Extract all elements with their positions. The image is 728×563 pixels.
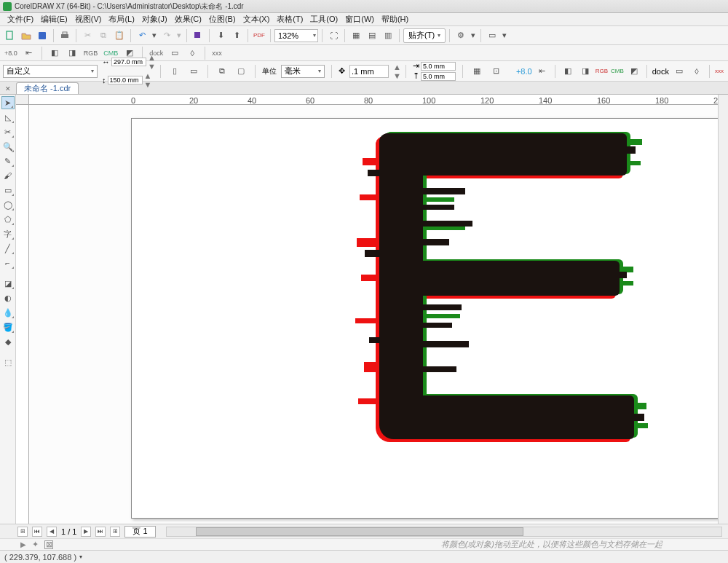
page-prev-button[interactable]: ◀ xyxy=(47,527,57,537)
page-last-button[interactable]: ⏭ xyxy=(95,527,106,537)
page-height-input[interactable]: 150.0 mm xyxy=(108,76,143,84)
page-add2-button[interactable]: ⊞ xyxy=(110,527,120,537)
ruler-corner xyxy=(16,95,29,105)
copy-button[interactable]: ⧉ xyxy=(96,28,111,43)
height-icon: ↕ xyxy=(102,76,106,84)
menu-edit[interactable]: 编辑(E) xyxy=(38,14,71,25)
page-add-button[interactable]: ⊞ xyxy=(17,527,28,537)
launch-button[interactable]: ▭ xyxy=(485,28,499,43)
artwork-letter-e[interactable] xyxy=(350,126,641,454)
options-prop-button[interactable]: ▦ xyxy=(470,64,484,79)
smart-fill-tool[interactable]: ◆ xyxy=(1,335,15,348)
options-button[interactable]: ⚙ xyxy=(454,28,468,43)
align-left-button[interactable]: ⇤ xyxy=(22,46,36,60)
options-more-icon[interactable]: ▾ xyxy=(470,28,477,43)
undo-more-icon[interactable]: ▾ xyxy=(151,28,158,43)
document-tab[interactable]: 未命名 -1.cdr xyxy=(16,82,79,94)
all-pages-button[interactable]: ⧉ xyxy=(215,64,229,79)
r-macro1-button[interactable]: ◧ xyxy=(561,64,575,79)
fullscreen-button[interactable]: ⛶ xyxy=(326,28,341,43)
r-align-button[interactable]: ⇤ xyxy=(535,64,550,79)
snap-dropdown[interactable]: 贴齐(T) xyxy=(403,28,446,43)
redo-more-icon[interactable]: ▾ xyxy=(175,28,183,43)
nudge-input[interactable]: .1 mm xyxy=(349,65,389,78)
cut-button[interactable]: ✂ xyxy=(80,28,95,43)
guides-button[interactable]: ▥ xyxy=(381,28,395,43)
orient-portrait-button[interactable]: ▯ xyxy=(167,64,182,79)
polygon-tool[interactable]: ⬠ xyxy=(1,213,15,226)
menu-effect[interactable]: 效果(C) xyxy=(172,14,205,25)
redo-button[interactable]: ↷ xyxy=(159,28,174,43)
r-macro5-button[interactable]: ◊ xyxy=(689,64,704,79)
menu-layout[interactable]: 布局(L) xyxy=(106,14,137,25)
publish-pdf-button[interactable]: PDF xyxy=(252,28,266,43)
macro-4-button[interactable]: ▭ xyxy=(167,46,182,60)
menu-tools[interactable]: 工具(O) xyxy=(307,14,341,25)
menu-window[interactable]: 窗口(W) xyxy=(342,14,377,25)
save-button[interactable] xyxy=(35,28,50,43)
freehand-tool[interactable]: ✎ xyxy=(1,154,15,168)
menu-bitmap[interactable]: 位图(B) xyxy=(206,14,239,25)
r-macro2-button[interactable]: ◨ xyxy=(578,64,593,79)
export-button[interactable]: ⬆ xyxy=(229,28,244,43)
status-dropdown-icon[interactable]: ▾ xyxy=(79,554,82,560)
undo-button[interactable]: ↶ xyxy=(135,28,149,43)
dup-y-input[interactable]: 5.0 mm xyxy=(421,72,456,81)
rectangle-tool[interactable]: ▭ xyxy=(1,184,15,197)
macro-5-button[interactable]: ◊ xyxy=(185,46,199,60)
search-button[interactable] xyxy=(191,28,205,43)
paste-button[interactable]: 📋 xyxy=(112,28,127,43)
menu-view[interactable]: 视图(V) xyxy=(72,14,105,25)
page-preset-combo[interactable]: 自定义 xyxy=(3,65,98,78)
page-next-button[interactable]: ▶ xyxy=(81,527,91,537)
connector-tool[interactable]: ⌐ xyxy=(1,256,15,269)
r-macro4-button[interactable]: ▭ xyxy=(672,64,687,79)
page-first-button[interactable]: ⏮ xyxy=(32,527,42,537)
parallel-dim-tool[interactable]: ╱ xyxy=(1,242,15,255)
menu-table[interactable]: 表格(T) xyxy=(274,14,306,25)
macro-2-button[interactable]: ◨ xyxy=(65,46,79,60)
import-button[interactable]: ⬇ xyxy=(213,28,228,43)
grid-button[interactable]: ▤ xyxy=(365,28,379,43)
tab-close-button[interactable]: ✕ xyxy=(3,84,13,94)
ellipse-tool[interactable]: ◯ xyxy=(1,198,15,211)
nudge-spinner[interactable]: ▲▼ xyxy=(393,63,399,80)
transparency-tool[interactable]: ◐ xyxy=(1,291,15,304)
color-palette-docker[interactable] xyxy=(718,95,728,524)
new-button[interactable] xyxy=(3,28,17,43)
macro-3-button[interactable]: ◩ xyxy=(122,46,137,60)
ruler-horizontal[interactable]: 0 20 40 60 80 100 120 140 160 180 200 xyxy=(29,95,728,105)
menu-help[interactable]: 帮助(H) xyxy=(379,14,411,25)
orient-landscape-button[interactable]: ▭ xyxy=(186,64,201,79)
shape-tool[interactable]: ◺ xyxy=(1,111,15,124)
options-prop2-button[interactable]: ⊡ xyxy=(488,64,503,79)
page-tab[interactable]: 页 1 xyxy=(124,526,155,538)
crop-tool[interactable]: ✂ xyxy=(1,125,15,138)
macro-1-button[interactable]: ◧ xyxy=(47,46,62,60)
zoom-combo[interactable]: 132% xyxy=(274,29,318,42)
outline-tool[interactable]: ⬚ xyxy=(1,355,15,369)
menu-object[interactable]: 对象(J) xyxy=(139,14,170,25)
pick-tool[interactable]: ➤ xyxy=(1,96,15,109)
open-button[interactable] xyxy=(19,28,33,43)
zoom-tool[interactable]: 🔍 xyxy=(1,140,15,153)
eyedropper-tool[interactable]: 💧 xyxy=(1,306,15,319)
r-macro3-button[interactable]: ◩ xyxy=(627,64,641,79)
nudge-icon: ✥ xyxy=(339,66,345,76)
print-button[interactable] xyxy=(58,28,72,43)
unit-combo[interactable]: 毫米 xyxy=(281,65,325,78)
drop-shadow-tool[interactable]: ◪ xyxy=(1,277,15,290)
current-page-button[interactable]: ▢ xyxy=(234,64,248,79)
menu-file[interactable]: 文件(F) xyxy=(4,14,36,25)
artistic-media-tool[interactable]: 🖌 xyxy=(1,169,15,182)
launch-more-icon[interactable]: ▾ xyxy=(501,28,508,43)
h-scrollbar[interactable] xyxy=(166,527,722,537)
rulers-button[interactable]: ▦ xyxy=(349,28,363,43)
interactive-fill-tool[interactable]: 🪣 xyxy=(1,320,15,334)
h-scroll-thumb[interactable] xyxy=(196,527,523,536)
ruler-vertical[interactable] xyxy=(16,105,29,524)
text-tool[interactable]: 字 xyxy=(1,227,15,240)
menu-text[interactable]: 文本(X) xyxy=(240,14,273,25)
drawing-canvas[interactable] xyxy=(29,105,728,524)
dup-x-input[interactable]: 5.0 mm xyxy=(421,62,456,71)
